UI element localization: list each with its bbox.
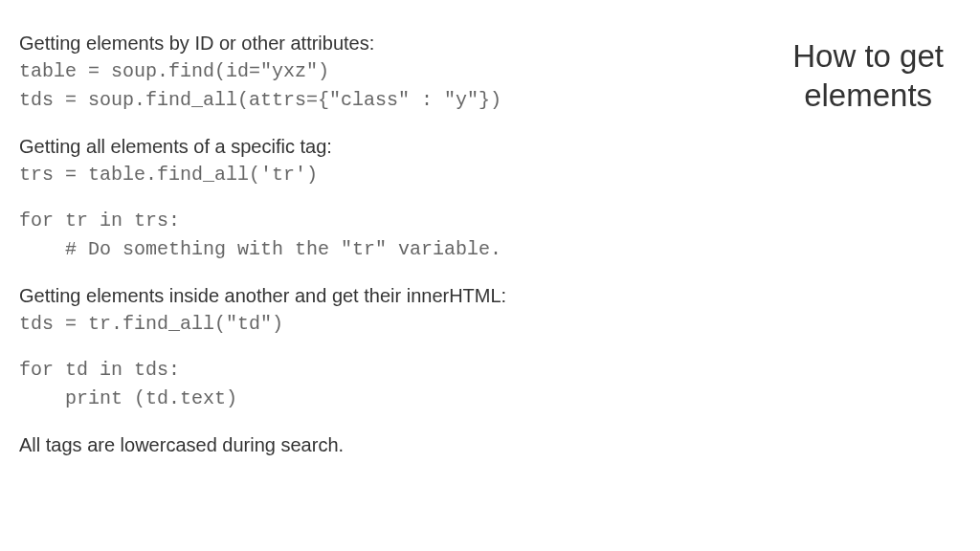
slide-title: How to get elements	[792, 36, 944, 116]
section-2: Getting all elements of a specific tag: …	[19, 132, 632, 264]
title-line-2: elements	[792, 76, 944, 115]
section-3-heading: Getting elements inside another and get …	[19, 281, 632, 310]
section-3-code-3: print (td.text)	[19, 385, 632, 413]
slide-container: How to get elements Getting elements by …	[0, 0, 980, 551]
section-2-heading: Getting all elements of a specific tag:	[19, 132, 632, 161]
section-2-code-3: # Do something with the "tr" variable.	[19, 235, 632, 264]
section-1-code-1: table = soup.find(id="yxz")	[19, 57, 632, 86]
title-line-1: How to get	[792, 36, 944, 76]
section-3-code-1: tds = tr.find_all("td")	[19, 310, 632, 339]
section-3: Getting elements inside another and get …	[19, 281, 632, 413]
section-2-code-2: for tr in trs:	[19, 207, 632, 235]
section-1: Getting elements by ID or other attribut…	[19, 29, 632, 115]
section-2-code-1: trs = table.find_all('tr')	[19, 161, 632, 189]
footer-note: All tags are lowercased during search.	[19, 430, 632, 459]
section-1-code-2: tds = soup.find_all(attrs={"class" : "y"…	[19, 86, 632, 115]
section-1-heading: Getting elements by ID or other attribut…	[19, 29, 632, 57]
section-3-code-2: for td in tds:	[19, 356, 632, 385]
slide-content: Getting elements by ID or other attribut…	[19, 29, 632, 459]
